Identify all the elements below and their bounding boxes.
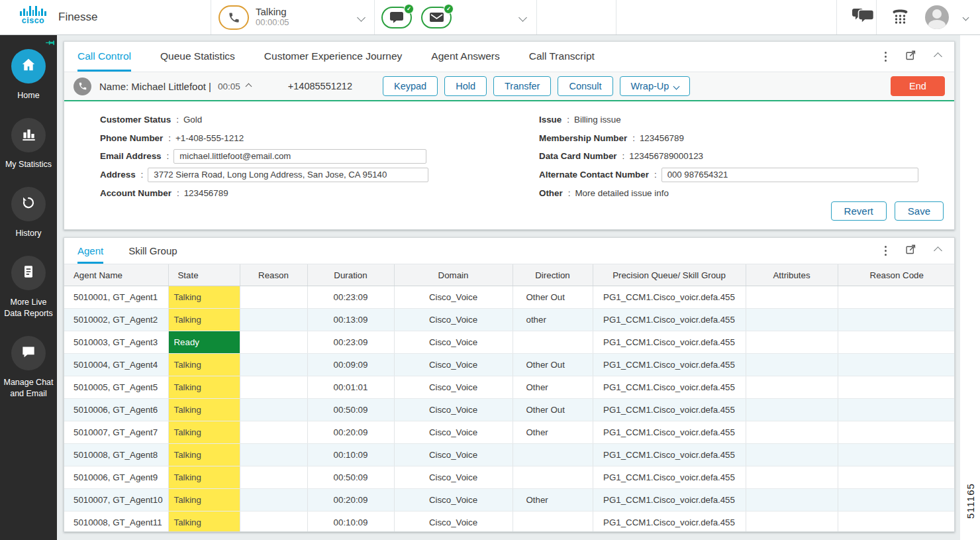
column-header-precision-queue[interactable]: Precision Queue/ Skill Group	[593, 264, 746, 286]
field-value: Gold	[183, 115, 202, 125]
conversations-icon[interactable]	[852, 7, 875, 28]
call-tab-customer-experience-journey[interactable]: Customer Experience Journey	[264, 42, 403, 72]
agent-name-cell: 5010008, GT_Agent8	[64, 444, 168, 466]
end-button[interactable]: End	[891, 76, 945, 96]
precision-queue-cell: PG1_CCM1.Cisco_voicr.defa.455	[593, 354, 746, 376]
email-address-input[interactable]	[173, 149, 426, 164]
table-row[interactable]: 5010004, GT_Agent4Talking00:09:09Cisco_V…	[64, 354, 955, 376]
domain-cell: Cisco_Voice	[394, 354, 513, 376]
duration-cell: 00:50:09	[307, 466, 394, 489]
state-badge: Ready	[169, 331, 240, 353]
sidebar-item-history[interactable]: History	[0, 187, 57, 239]
direction-cell: Other	[513, 376, 593, 399]
column-header-attributes[interactable]: Attributes	[746, 264, 838, 286]
chevron-down-icon[interactable]	[963, 14, 969, 21]
column-header-agent-name[interactable]: Agent Name	[64, 264, 168, 286]
field-label: Alternate Contact Number	[539, 170, 649, 180]
field-label: Issue	[539, 115, 562, 125]
domain-cell: Cisco_Voice	[394, 309, 513, 331]
agent-tab-skill-group[interactable]: Skill Group	[128, 238, 177, 264]
direction-cell: Other Out	[513, 354, 593, 376]
caller-name: Name: Michael Littlefoot |	[99, 81, 211, 92]
call-tab-agent-answers[interactable]: Agent Answers	[431, 42, 499, 72]
revert-button[interactable]: Revert	[831, 201, 887, 221]
consult-button[interactable]: Consult	[558, 76, 612, 96]
field-label: Email Address	[100, 151, 162, 161]
transfer-button[interactable]: Transfer	[493, 76, 551, 96]
dialpad-icon[interactable]	[890, 6, 910, 28]
column-header-reason[interactable]: Reason	[240, 264, 307, 286]
sidebar-item-my-statistics[interactable]: My Statistics	[0, 118, 57, 170]
bar-chart-icon	[20, 125, 37, 145]
column-header-reason-code[interactable]: Reason Code	[838, 264, 955, 286]
direction-cell: Other	[513, 421, 593, 444]
field-label: Other	[539, 188, 563, 198]
wrap-up-button[interactable]: Wrap-Up	[620, 76, 691, 96]
state-badge: Talking	[169, 399, 240, 421]
column-header-duration[interactable]: Duration	[307, 264, 394, 286]
agent-tab-agent[interactable]: Agent	[77, 238, 103, 264]
gadget-menu-icon[interactable]	[885, 52, 887, 62]
table-row[interactable]: 5010001, GT_Agent1Talking00:23:09Cisco_V…	[64, 286, 955, 309]
report-icon	[20, 263, 37, 283]
voice-state-selector[interactable]: Talking 00:00:05	[219, 0, 373, 34]
keypad-button[interactable]: Keypad	[383, 76, 438, 96]
avatar[interactable]	[925, 5, 949, 29]
field-label: Phone Number	[100, 133, 163, 143]
table-row[interactable]: 5010007, GT_Agent7Talking00:20:09Cisco_V…	[64, 421, 955, 444]
table-row[interactable]: 5010008, GT_Agent11Talking00:10:09Cisco_…	[64, 512, 955, 533]
table-row[interactable]: 5010008, GT_Agent8Talking00:10:09Cisco_V…	[64, 444, 955, 466]
collapse-call-icon[interactable]	[245, 83, 252, 89]
sidebar-item-home[interactable]: Home	[0, 49, 57, 101]
reason-cell	[240, 376, 307, 399]
divider	[836, 0, 837, 34]
table-row[interactable]: 5010002, GT_Agent2Talking00:13:09Cisco_V…	[64, 309, 955, 331]
address-input[interactable]	[148, 168, 428, 182]
table-row[interactable]: 5010006, GT_Agent6Talking00:50:09Cisco_V…	[64, 399, 955, 421]
field-value: 123456789	[640, 133, 684, 143]
alternate-contact-number-input[interactable]	[662, 168, 918, 182]
popout-icon[interactable]	[905, 244, 916, 258]
sidebar-item-label: Manage Chat and Email	[0, 377, 57, 400]
precision-queue-cell: PG1_CCM1.Cisco_voicr.defa.455	[593, 444, 746, 466]
column-header-direction[interactable]: Direction	[513, 264, 593, 286]
attributes-cell	[746, 286, 838, 309]
precision-queue-cell: PG1_CCM1.Cisco_voicr.defa.455	[593, 376, 746, 399]
state-cell: Talking	[168, 399, 240, 421]
sidebar-item-more-live-data-reports[interactable]: More Live Data Reports	[0, 256, 57, 319]
pin-icon[interactable]	[45, 38, 55, 50]
save-button[interactable]: Save	[895, 201, 944, 221]
reason-code-cell	[838, 466, 955, 489]
reason-cell	[240, 489, 307, 512]
table-row[interactable]: 5010003, GT_Agent3Ready00:23:09Cisco_Voi…	[64, 331, 955, 354]
call-tab-call-transcript[interactable]: Call Transcript	[529, 42, 595, 72]
field-customer-status: Customer Status:Gold	[100, 111, 428, 129]
phone-state-icon	[219, 5, 249, 30]
sidebar-item-manage-chat-and-email[interactable]: Manage Chat and Email	[0, 336, 57, 400]
media-state-selector[interactable]: ✓ ✓	[381, 0, 535, 34]
voice-state-label: Talking	[256, 7, 289, 17]
hold-button[interactable]: Hold	[444, 76, 487, 96]
state-cell: Talking	[168, 309, 240, 331]
collapse-gadget-icon[interactable]	[934, 52, 942, 61]
table-row[interactable]: 5010006, GT_Agent9Talking00:50:09Cisco_V…	[64, 466, 955, 489]
state-badge: Talking	[169, 286, 240, 308]
call-tab-call-control[interactable]: Call Control	[77, 42, 131, 72]
collapse-gadget-icon[interactable]	[934, 246, 942, 255]
column-header-state[interactable]: State	[168, 264, 240, 286]
column-header-domain[interactable]: Domain	[394, 264, 513, 286]
domain-cell: Cisco_Voice	[394, 376, 513, 399]
domain-cell: Cisco_Voice	[394, 512, 513, 533]
table-row[interactable]: 5010007, GT_Agent10Talking00:20:09Cisco_…	[64, 489, 955, 512]
gadget-menu-icon[interactable]	[885, 246, 887, 256]
voice-state-timer: 00:00:05	[256, 17, 289, 28]
popout-icon[interactable]	[905, 50, 916, 64]
attributes-cell	[746, 421, 838, 444]
call-tab-queue-statistics[interactable]: Queue Statistics	[160, 42, 235, 72]
table-row[interactable]: 5010005, GT_Agent5Talking00:01:01Cisco_V…	[64, 376, 955, 399]
attributes-cell	[746, 444, 838, 466]
duration-cell: 00:01:01	[307, 376, 394, 399]
domain-cell: Cisco_Voice	[394, 421, 513, 444]
attributes-cell	[746, 309, 838, 331]
precision-queue-cell: PG1_CCM1.Cisco_voicr.defa.455	[593, 421, 746, 444]
